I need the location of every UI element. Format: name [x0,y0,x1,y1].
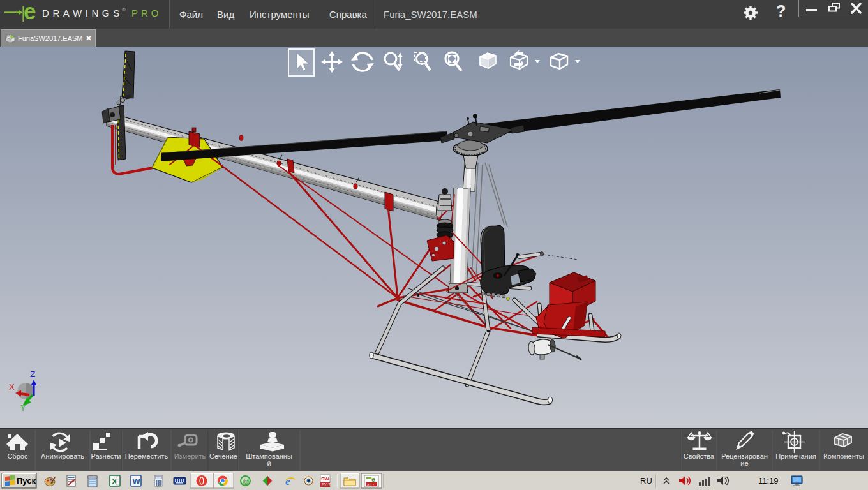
svg-text:W: W [133,477,141,486]
svg-text:e: e [24,0,36,24]
svg-text:e: e [285,475,290,487]
svg-text:PRO: PRO [131,8,162,19]
svg-text:Пуск: Пуск [17,476,36,486]
svg-text:@: @ [243,477,250,485]
svg-text:11:19: 11:19 [758,476,779,486]
svg-text:SW: SW [321,476,329,482]
svg-text:RU: RU [640,476,652,486]
svg-text:®: ® [122,7,126,13]
svg-text:e: e [371,475,375,483]
svg-text:DRAWINGS: DRAWINGS [42,8,123,19]
svg-text:Y: Y [20,404,26,413]
svg-text:Z: Z [30,369,35,379]
svg-text:2017: 2017 [322,482,331,487]
svg-text:X: X [9,382,15,392]
svg-text:2017: 2017 [366,483,374,487]
